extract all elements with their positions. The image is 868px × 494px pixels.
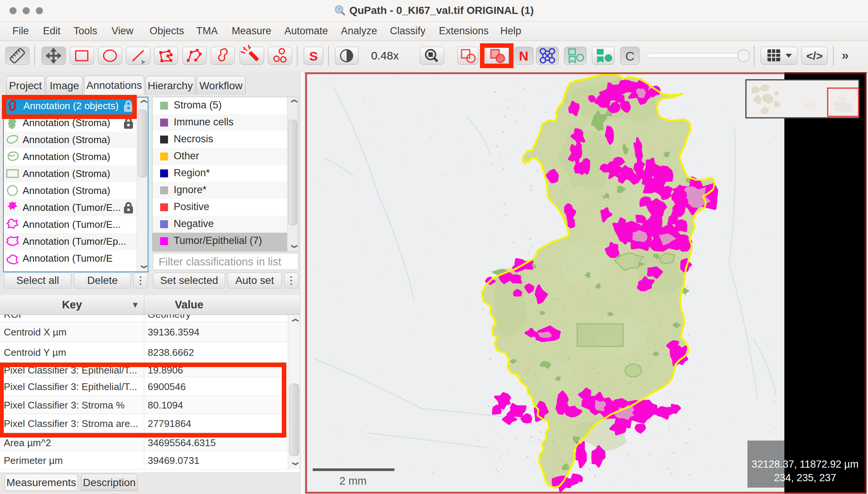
svg-text:C: C — [625, 49, 635, 63]
svg-text:2 mm: 2 mm — [339, 475, 367, 487]
svg-text:32128.37, 11872.92 µm: 32128.37, 11872.92 µm — [752, 459, 859, 470]
svg-text:234, 235, 237: 234, 235, 237 — [774, 472, 836, 483]
svg-text:N: N — [519, 49, 528, 63]
svg-text:</>: </> — [806, 50, 822, 62]
svg-text:S: S — [309, 49, 318, 63]
